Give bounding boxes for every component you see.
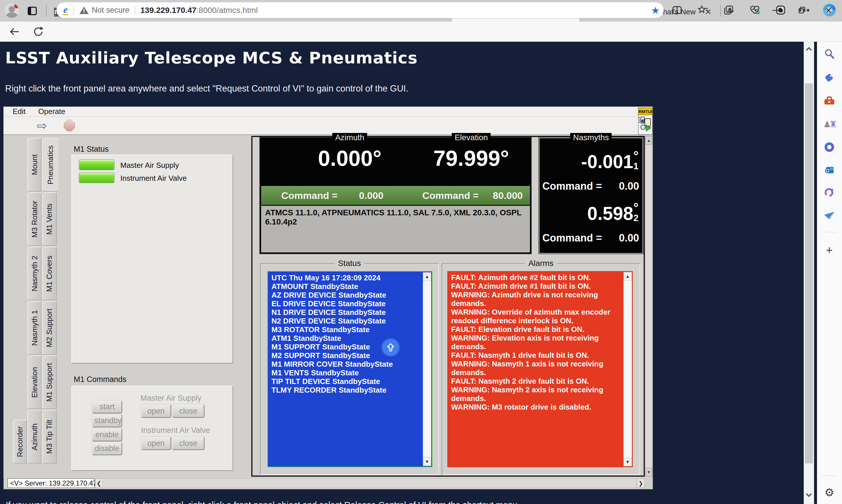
instrument-air-close-button[interactable]: close — [172, 437, 204, 450]
not-secure-warning-icon[interactable] — [79, 6, 89, 15]
vi-horizontal-scrollbar[interactable] — [103, 479, 637, 488]
alarms-scrollbar[interactable]: ▲ ▼ — [624, 272, 632, 466]
vi-tab[interactable]: Nasmyth 1 — [28, 301, 41, 355]
menu-item-operate[interactable]: Operate — [38, 107, 65, 116]
avatar-person-icon — [8, 6, 15, 12]
vi-tab[interactable]: M3 Tip Tilt — [42, 410, 57, 464]
vi-tab[interactable]: Azimuth — [28, 410, 41, 464]
url-text[interactable]: 139.229.170.47:8000/atmcs.html — [141, 6, 258, 15]
sidebar-settings-button[interactable]: ⚙ — [823, 486, 836, 499]
status-line: ATMOUNT StandbyState — [271, 282, 420, 291]
menu-item-edit[interactable]: Edit — [13, 107, 25, 116]
status-line: EL DRIVE DEVICE StandbyState — [271, 299, 420, 308]
not-secure-label[interactable]: Not secure — [92, 6, 129, 15]
start-button[interactable]: start — [92, 400, 122, 413]
sidebar-microsoft365-button[interactable] — [823, 141, 836, 154]
vi-tab[interactable]: Pneumatics — [42, 138, 58, 192]
sidebar-shopping-button[interactable] — [823, 71, 836, 85]
settings-more-button[interactable]: ••• — [797, 3, 812, 17]
vi-scroll-up-button[interactable]: ▲ — [646, 136, 652, 145]
sidebar-customize-button[interactable]: + — [823, 244, 836, 257]
copilot-button[interactable] — [821, 2, 838, 18]
status-scrollbar[interactable]: ▲ ▼ — [423, 272, 431, 466]
sidebar-outlook-button[interactable] — [823, 163, 836, 177]
sidebar-designer-button[interactable] — [823, 186, 836, 199]
nasmyth1-number: -0.001 — [581, 152, 633, 171]
status-listbox[interactable]: UTC Thu May 16 17:28:09 2024ATMOUNT Stan… — [267, 271, 432, 467]
vi-tab[interactable]: Mount — [28, 138, 41, 192]
disable-button[interactable]: disable — [92, 442, 122, 455]
vi-tab[interactable]: M1 Covers — [42, 247, 57, 300]
address-field[interactable]: e Not secure 139.229.170.47:8000/atmcs.h… — [56, 2, 664, 18]
azimuth-elevation-display: Azimuth Elevation 0.000° 79.999° Command… — [259, 137, 532, 254]
vi-tab-column-outer: Recorder — [13, 138, 27, 464]
vi-tab[interactable]: M1 Support — [42, 356, 57, 409]
divider — [135, 6, 135, 15]
scroll-down-button[interactable]: ▼ — [624, 458, 632, 466]
favorites-star-icon — [698, 5, 709, 15]
refresh-button[interactable] — [31, 24, 46, 39]
vi-tab[interactable]: M1 Vents — [42, 192, 57, 246]
master-air-open-button[interactable]: open — [141, 404, 171, 418]
vi-scroll-down-button[interactable]: ▼ — [646, 468, 652, 476]
ie-mode-icon[interactable]: e — [63, 5, 68, 15]
rewards-icon — [775, 5, 786, 15]
scroll-to-top-overlay-button[interactable] — [382, 339, 399, 356]
browser-scroll-up-button[interactable] — [804, 43, 814, 55]
sidebar-games-button[interactable]: ♟♜ — [823, 118, 836, 131]
chevron-up-icon — [805, 47, 812, 51]
scroll-down-button[interactable]: ▼ — [423, 457, 431, 466]
vi-scroll-right-button[interactable]: ❯ — [637, 479, 645, 488]
browser-address-bar — [0, 22, 842, 42]
collections-button[interactable] — [721, 3, 736, 17]
ellipsis-icon: ••• — [798, 5, 810, 16]
gear-icon: ⚙ — [824, 486, 834, 499]
version-band: ATMCS 11.1.0, ATPNEUMATICS 11.1.0, SAL 7… — [261, 206, 530, 252]
vertical-tabs-button[interactable] — [26, 5, 38, 17]
sidebar-divider — [822, 475, 837, 476]
browser-scrollbar-thumb[interactable] — [805, 84, 813, 464]
vi-scroll-left-button[interactable]: ❮ — [95, 479, 103, 488]
vi-tab-label: M3 Rotator — [30, 201, 39, 238]
enable-button[interactable]: enable — [92, 428, 122, 441]
browser-essentials-button[interactable] — [747, 3, 762, 17]
browser-scroll-down-button[interactable] — [804, 489, 814, 501]
vi-tab[interactable]: M2 Support — [42, 301, 57, 355]
standby-button[interactable]: standby — [92, 414, 122, 427]
split-screen-button[interactable] — [669, 3, 684, 17]
run-button[interactable]: ⇨ — [37, 119, 47, 133]
sidebar-tools-button[interactable] — [823, 94, 836, 108]
led-label: Instrument Air Valve — [120, 174, 187, 183]
sidebar-search-button[interactable] — [823, 47, 836, 60]
vi-tab-label: M2 Support — [45, 309, 54, 347]
vi-tab[interactable]: Nasmyth 2 — [28, 247, 41, 300]
vi-tab-label: Pneumatics — [46, 145, 55, 184]
azimuth-group-label: Azimuth — [332, 133, 367, 142]
vi-tab-label: M1 Support — [45, 363, 54, 401]
vi-tab-label: Nasmyth 2 — [30, 256, 39, 291]
vi-vertical-scrollbar[interactable]: ▲ ▼ — [645, 136, 652, 476]
instrument-air-open-button[interactable]: open — [141, 437, 171, 450]
vi-toolbar — [3, 116, 652, 135]
profile-avatar[interactable] — [5, 3, 19, 18]
vi-tab-recorder[interactable]: Recorder — [13, 420, 27, 464]
sidebar-drop-button[interactable] — [823, 209, 836, 222]
master-air-close-button[interactable]: close — [172, 404, 204, 418]
scroll-up-button[interactable]: ▲ — [423, 272, 431, 281]
vi-tab[interactable]: Elevation — [28, 356, 41, 409]
status-group-label: Status — [335, 259, 364, 268]
scroll-up-button[interactable]: ▲ — [624, 272, 632, 281]
favorites-button[interactable] — [696, 3, 711, 17]
bookmark-star-icon[interactable]: ★ — [651, 5, 660, 16]
vi-tab[interactable]: M3 Rotator — [28, 192, 41, 246]
alarms-group-label: Alarms — [525, 259, 557, 268]
rmtui-vi-icon[interactable]: RMTUI — [638, 108, 652, 135]
back-button[interactable] — [7, 24, 22, 39]
tab-separator — [720, 5, 721, 17]
outlook-icon — [824, 165, 835, 176]
stop-button[interactable] — [64, 120, 75, 131]
nasmyth2-command-value: 0.00 — [619, 232, 639, 244]
server-address-box: <V> Server: 139.229.170.47 — [7, 479, 94, 488]
rewards-button[interactable] — [773, 3, 788, 17]
alarms-listbox[interactable]: FAULT: Azimuth drive #2 fault bit is ON.… — [447, 271, 633, 467]
